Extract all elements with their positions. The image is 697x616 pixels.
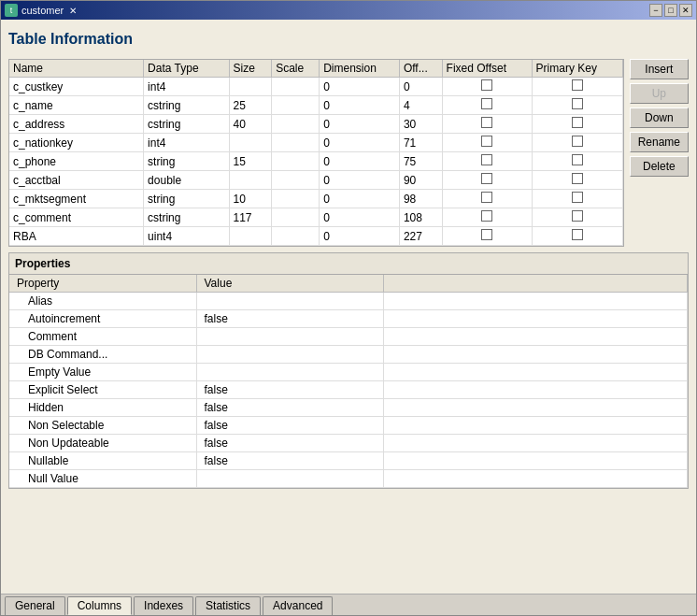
table-row[interactable]: c_acctbal double 0 90 [9,171,622,190]
cell-dimension: 0 [320,190,400,208]
col-dimension: Dimension [320,60,400,78]
prop-extra [383,417,688,435]
primary-key-checkbox[interactable] [572,192,583,203]
cell-size: 25 [229,96,272,115]
primary-key-checkbox[interactable] [572,117,583,128]
down-button[interactable]: Down [630,107,689,128]
table-row[interactable]: RBA uint4 0 227 [9,227,622,246]
fixed-offset-checkbox[interactable] [481,117,492,128]
cell-scale [272,134,320,152]
primary-key-checkbox[interactable] [572,229,583,240]
main-window: t customer ✕ − □ ✕ Table Information Nam… [0,0,697,616]
prop-row: Non Selectable false [9,417,688,435]
properties-header: Properties [9,253,688,275]
cell-primary-key [532,171,622,190]
table-container: Name Data Type Size Scale Dimension Off.… [8,59,624,247]
table-row[interactable]: c_phone string 15 0 75 [9,152,622,171]
cell-dimension: 0 [320,134,400,152]
cell-name: c_custkey [9,78,144,96]
cell-name: c_acctbal [9,171,144,190]
bottom-tab-advanced[interactable]: Advanced [263,596,333,615]
primary-key-checkbox[interactable] [572,79,583,91]
primary-key-checkbox[interactable] [572,98,583,109]
cell-primary-key [532,190,622,208]
prop-value: false [196,310,383,328]
fixed-offset-checkbox[interactable] [481,98,492,109]
fixed-offset-checkbox[interactable] [481,192,492,203]
cell-scale [272,96,320,115]
tab-close-btn[interactable]: ✕ [69,6,77,16]
table-row[interactable]: c_comment cstring 117 0 108 [9,208,622,227]
fixed-offset-checkbox[interactable] [481,154,492,165]
cell-dimension: 0 [320,115,400,134]
fixed-offset-checkbox[interactable] [481,210,492,222]
up-button[interactable]: Up [630,83,689,104]
cell-data-type: int4 [144,78,229,96]
cell-data-type: int4 [144,134,229,152]
cell-size [229,78,272,96]
prop-row: Empty Value [9,364,688,381]
page-title: Table Information [8,27,689,51]
cell-size: 117 [229,208,272,227]
cell-name: c_mktsegment [9,190,144,208]
prop-name: Comment [9,328,196,346]
cell-name: c_phone [9,152,144,171]
prop-value [196,293,383,310]
primary-key-checkbox[interactable] [572,210,583,222]
primary-key-checkbox[interactable] [572,154,583,165]
delete-button[interactable]: Delete [630,156,689,177]
prop-value: false [196,452,383,470]
prop-col-property: Property [9,275,196,293]
bottom-tab-statistics[interactable]: Statistics [195,596,261,615]
prop-extra [383,310,688,328]
prop-name: Non Updateable [9,435,196,452]
prop-name: Non Selectable [9,417,196,435]
cell-fixed-offset [442,115,532,134]
bottom-tab-columns[interactable]: Columns [67,596,132,615]
bottom-tab-general[interactable]: General [5,596,65,615]
prop-row: Nullable false [9,452,688,470]
cell-dimension: 0 [320,171,400,190]
prop-name: Explicit Select [9,381,196,399]
table-row[interactable]: c_address cstring 40 0 30 [9,115,622,134]
cell-fixed-offset [442,96,532,115]
cell-data-type: cstring [144,208,229,227]
cell-dimension: 0 [320,78,400,96]
prop-value: false [196,417,383,435]
table-row[interactable]: c_name cstring 25 0 4 [9,96,622,115]
col-scale: Scale [272,60,320,78]
prop-extra [383,346,688,364]
cell-name: RBA [9,227,144,246]
cell-fixed-offset [442,134,532,152]
minimize-button[interactable]: − [649,4,662,17]
cell-fixed-offset [442,171,532,190]
properties-panel: Properties Property Value Alias Autoincr… [8,252,689,489]
cell-scale [272,190,320,208]
cell-fixed-offset [442,227,532,246]
col-name: Name [9,60,144,78]
fixed-offset-checkbox[interactable] [481,79,492,91]
table-row[interactable]: c_mktsegment string 10 0 98 [9,190,622,208]
cell-data-type: string [144,152,229,171]
bottom-tab-indexes[interactable]: Indexes [134,596,193,615]
primary-key-checkbox[interactable] [572,173,583,184]
cell-scale [272,78,320,96]
fixed-offset-checkbox[interactable] [481,229,492,240]
cell-dimension: 0 [320,96,400,115]
cell-size [229,227,272,246]
tab-icon: t [5,4,18,17]
maximize-button[interactable]: □ [664,4,677,17]
rename-button[interactable]: Rename [630,132,689,152]
cell-dimension: 0 [320,208,400,227]
table-row[interactable]: c_nationkey int4 0 71 [9,134,622,152]
cell-offset: 4 [399,96,442,115]
close-button[interactable]: ✕ [679,4,692,17]
primary-key-checkbox[interactable] [572,136,583,147]
table-row[interactable]: c_custkey int4 0 0 [9,78,622,96]
prop-value [196,328,383,346]
insert-button[interactable]: Insert [630,59,689,79]
prop-name: Alias [9,293,196,310]
fixed-offset-checkbox[interactable] [481,136,492,147]
prop-col-extra [383,275,688,293]
fixed-offset-checkbox[interactable] [481,173,492,184]
